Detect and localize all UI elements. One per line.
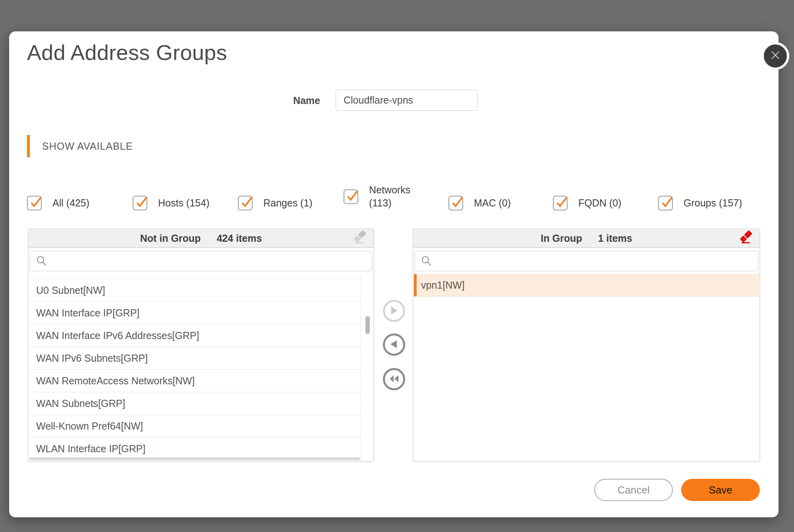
checkbox-checked-icon	[448, 196, 463, 210]
cancel-button[interactable]: Cancel	[594, 479, 673, 501]
close-button[interactable]	[761, 42, 789, 70]
close-icon	[770, 50, 780, 62]
show-available-label: SHOW AVAILABLE	[42, 141, 133, 152]
panel-title: In Group	[541, 233, 582, 244]
checkbox-checked-icon	[344, 189, 358, 204]
save-button[interactable]: Save	[681, 479, 760, 501]
arrow-left-icon	[390, 339, 398, 350]
not-in-group-search-input[interactable]	[30, 251, 372, 271]
list-item-selected[interactable]: vpn1[NW]	[414, 274, 759, 297]
arrow-right-icon	[390, 306, 398, 316]
dialog-title: Add Address Groups	[27, 40, 227, 65]
panel-item-count: 424 items	[216, 233, 262, 244]
checkbox-checked-icon	[133, 196, 147, 210]
clear-list-button[interactable]	[739, 231, 753, 246]
checkbox-checked-icon	[27, 196, 42, 210]
in-group-panel: In Group 1 items	[413, 229, 760, 461]
move-all-left-button[interactable]	[383, 368, 405, 390]
filter-label: Groups (157)	[684, 197, 742, 210]
panel-title: Not in Group	[140, 233, 201, 244]
list-item[interactable]: WLAN Interface IP[GRP]	[29, 438, 361, 460]
filter-checkbox-hosts[interactable]: Hosts (154)	[133, 196, 209, 210]
list-item[interactable]: WAN RemoteAccess Networks[NW]	[29, 370, 361, 392]
checkbox-checked-icon	[658, 196, 673, 210]
vertical-scrollbar-thumb[interactable]	[365, 316, 370, 334]
filter-label: FQDN (0)	[578, 197, 621, 210]
filter-checkbox-fqdn[interactable]: FQDN (0)	[553, 196, 621, 210]
not-in-group-header: Not in Group 424 items	[29, 229, 373, 248]
filter-checkbox-mac[interactable]: MAC (0)	[448, 196, 511, 210]
name-label: Name	[263, 95, 320, 106]
filter-checkbox-groups[interactable]: Groups (157)	[658, 196, 742, 210]
in-group-search-input[interactable]	[415, 251, 758, 271]
list-item[interactable]: WAN IPv6 Subnets[GRP]	[29, 347, 361, 370]
move-right-button[interactable]	[383, 300, 405, 322]
list-item[interactable]: U0 Subnet[NW]	[29, 279, 361, 302]
not-in-group-list: U0 Subnet[NW] WAN Interface IP[GRP] WAN …	[29, 274, 361, 461]
in-group-list: vpn1[NW]	[414, 274, 759, 461]
list-item-partial	[29, 274, 361, 279]
filter-label: MAC (0)	[474, 197, 511, 210]
list-item[interactable]: WAN Interface IPv6 Addresses[GRP]	[29, 324, 361, 347]
filter-checkbox-ranges[interactable]: Ranges (1)	[238, 196, 313, 210]
move-left-button[interactable]	[383, 333, 405, 356]
filter-checkbox-all[interactable]: All (425)	[27, 196, 89, 210]
screen-backdrop: Add Address Groups Name SHOW AVAILABLE A…	[0, 0, 794, 532]
filter-label: Networks (113)	[369, 183, 417, 210]
checkbox-checked-icon	[553, 196, 568, 210]
filter-label: All (425)	[52, 197, 89, 210]
list-item[interactable]: WAN Subnets[GRP]	[29, 392, 361, 415]
panel-item-count: 1 items	[598, 233, 632, 244]
filter-label: Ranges (1)	[263, 197, 313, 210]
double-arrow-left-icon	[388, 374, 400, 384]
eraser-icon	[739, 240, 753, 246]
add-address-groups-dialog: Add Address Groups Name SHOW AVAILABLE A…	[9, 31, 779, 517]
not-in-group-panel: Not in Group 424 items	[28, 229, 374, 461]
eraser-icon	[353, 240, 367, 246]
checkbox-checked-icon	[238, 196, 253, 210]
in-group-header: In Group 1 items	[413, 229, 759, 248]
filter-checkbox-networks[interactable]: Networks (113)	[344, 183, 417, 210]
list-item[interactable]: Well-Known Pref64[NW]	[29, 415, 361, 438]
accent-bar	[27, 135, 30, 157]
show-available-section: SHOW AVAILABLE	[27, 135, 133, 157]
name-input[interactable]	[336, 90, 477, 111]
list-item[interactable]: WAN Interface IP[GRP]	[29, 302, 361, 324]
filter-label: Hosts (154)	[158, 197, 209, 210]
clear-list-button[interactable]	[353, 231, 367, 246]
horizontal-scrollbar[interactable]	[29, 457, 360, 460]
